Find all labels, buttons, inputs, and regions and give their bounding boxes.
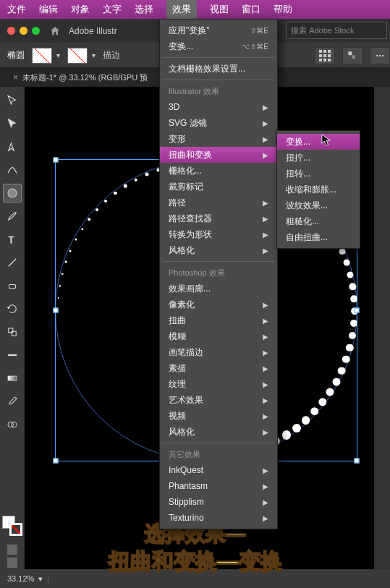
photoshop-effect-item-5[interactable]: 素描▶ <box>160 360 277 376</box>
svg-rect-1 <box>352 55 355 59</box>
blend-tool[interactable] <box>3 415 22 434</box>
menu-window[interactable]: 窗口 <box>242 3 260 16</box>
handle-se[interactable] <box>355 459 360 464</box>
scale-tool[interactable] <box>3 323 22 341</box>
svg-point-5 <box>8 189 17 197</box>
menu-edit[interactable]: 编辑 <box>39 3 58 16</box>
distort-submenu-item-2[interactable]: 扭转... <box>277 166 360 182</box>
illustrator-effect-item-1[interactable]: SVG 滤镜▶ <box>160 115 277 131</box>
minimize-window-button[interactable] <box>20 27 27 35</box>
fill-swatch[interactable] <box>32 48 52 64</box>
right-panel-strip[interactable] <box>374 87 390 588</box>
pen-tool[interactable] <box>3 137 22 156</box>
menu-select[interactable]: 选择 <box>135 3 153 16</box>
photoshop-effect-item-3[interactable]: 模糊▶ <box>160 328 277 344</box>
illustrator-effect-item-3[interactable]: 扭曲和变换▶ <box>160 147 277 163</box>
svg-rect-0 <box>348 51 352 55</box>
photoshop-effect-item-0[interactable]: 效果画廊... <box>160 281 277 297</box>
toolbox: T <box>0 87 25 588</box>
menu-last-effect[interactable]: 变换...⌥⇧⌘E <box>160 38 277 54</box>
zoom-caret[interactable]: ▾ <box>38 574 43 584</box>
illustrator-effect-item-2[interactable]: 变形▶ <box>160 131 277 147</box>
eyedropper-tool[interactable] <box>3 392 22 411</box>
distort-submenu-item-6[interactable]: 自由扭曲... <box>277 229 360 245</box>
svg-rect-10 <box>12 331 16 336</box>
distort-submenu-item-5[interactable]: 粗糙化... <box>277 213 360 229</box>
selection-tool[interactable] <box>3 91 22 110</box>
svg-point-12 <box>8 422 14 427</box>
align-panel-button[interactable] <box>315 47 335 64</box>
illustrator-effect-item-4[interactable]: 栅格化... <box>160 163 277 179</box>
rotate-tool[interactable] <box>3 299 22 318</box>
type-tool[interactable]: T <box>3 230 22 249</box>
eraser-tool[interactable] <box>3 276 22 295</box>
search-placeholder: 搜索 Adobe Stock <box>291 25 354 36</box>
close-window-button[interactable] <box>7 27 15 35</box>
color-mode-gradient[interactable] <box>7 558 17 568</box>
menu-help[interactable]: 帮助 <box>274 3 292 16</box>
distort-submenu-item-1[interactable]: 扭拧... <box>277 150 360 166</box>
menu-type[interactable]: 文字 <box>103 3 122 16</box>
more-options-button[interactable] <box>370 47 390 64</box>
photoshop-effect-item-6[interactable]: 纹理▶ <box>160 376 277 392</box>
svg-rect-8 <box>9 285 16 289</box>
menu-separator <box>163 80 274 80</box>
illustrator-effect-item-7[interactable]: 路径查找器▶ <box>160 210 277 226</box>
zoom-level[interactable]: 33.12% <box>7 574 34 583</box>
direct-selection-tool[interactable] <box>3 114 22 133</box>
color-mode-normal[interactable] <box>7 545 17 555</box>
handle-w[interactable] <box>54 308 59 313</box>
illustrator-effect-item-9[interactable]: 风格化▶ <box>160 242 277 258</box>
photoshop-effect-item-4[interactable]: 画笔描边▶ <box>160 344 277 360</box>
illustrator-effect-item-5[interactable]: 裁剪标记 <box>160 179 277 195</box>
curvature-tool[interactable] <box>3 161 22 179</box>
gradient-tool[interactable] <box>3 369 22 388</box>
illustrator-effect-item-6[interactable]: 路径▶ <box>160 195 277 210</box>
photoshop-effect-item-1[interactable]: 像素化▶ <box>160 297 277 312</box>
handle-e[interactable] <box>355 308 360 313</box>
width-tool[interactable] <box>3 346 22 365</box>
photoshop-effect-item-8[interactable]: 视频▶ <box>160 408 277 424</box>
menu-section-illustrator: Illustrator 效果 <box>160 83 277 99</box>
home-icon[interactable] <box>48 25 62 38</box>
doc-close-icon[interactable]: × <box>13 72 18 82</box>
color-swatches[interactable] <box>2 516 22 536</box>
menu-apply-last-effect[interactable]: 应用"变换"⇧⌘E <box>160 22 277 38</box>
illustrator-effect-item-8[interactable]: 转换为形状▶ <box>160 226 277 242</box>
photoshop-effect-item-2[interactable]: 扭曲▶ <box>160 312 277 328</box>
stroke-swatch-caret[interactable]: ▾ <box>92 51 96 59</box>
illustrator-effect-item-0[interactable]: 3D▶ <box>160 99 277 115</box>
menu-file[interactable]: 文件 <box>7 3 26 16</box>
menu-object[interactable]: 对象 <box>71 3 90 16</box>
distort-submenu-item-3[interactable]: 收缩和膨胀... <box>277 182 360 197</box>
menu-separator <box>163 261 274 262</box>
distort-submenu-item-4[interactable]: 波纹效果... <box>277 197 360 213</box>
svg-point-13 <box>12 422 17 427</box>
distort-submenu-item-0[interactable]: 变换... <box>277 134 360 150</box>
other-effect-item-3[interactable]: Texturino▶ <box>160 510 277 526</box>
maximize-window-button[interactable] <box>32 27 40 35</box>
menu-separator <box>163 57 274 58</box>
fill-swatch-caret[interactable]: ▾ <box>56 51 60 59</box>
handle-sw[interactable] <box>54 459 59 464</box>
photoshop-effect-item-7[interactable]: 艺术效果▶ <box>160 392 277 408</box>
stock-search-input[interactable]: 搜索 Adobe Stock <box>286 22 387 39</box>
distort-transform-submenu: 变换...扭拧...扭转...收缩和膨胀...波纹效果...粗糙化...自由扭曲… <box>276 130 360 249</box>
arrange-panel-button[interactable] <box>342 47 363 64</box>
stroke-color-swatch[interactable] <box>9 523 22 536</box>
brush-tool[interactable] <box>3 207 22 226</box>
svg-point-4 <box>382 54 383 56</box>
stroke-swatch[interactable] <box>67 48 88 64</box>
line-tool[interactable] <box>3 253 22 272</box>
menu-effect[interactable]: 效果 <box>166 0 197 19</box>
other-effect-item-0[interactable]: InkQuest▶ <box>160 462 277 478</box>
handle-nw[interactable] <box>54 158 59 163</box>
photoshop-effect-item-9[interactable]: 风格化▶ <box>160 424 277 440</box>
status-bar: 33.12% ▾ | <box>0 569 390 588</box>
menu-view[interactable]: 视图 <box>210 3 229 16</box>
doc-title[interactable]: 未标题-1* @ 33.12% (RGB/GPU 预 <box>22 72 148 83</box>
other-effect-item-1[interactable]: Phantasm▶ <box>160 478 277 494</box>
ellipse-tool[interactable] <box>3 184 22 203</box>
other-effect-item-2[interactable]: Stipplism▶ <box>160 494 277 510</box>
menu-doc-raster-settings[interactable]: 文档栅格效果设置... <box>160 61 277 77</box>
